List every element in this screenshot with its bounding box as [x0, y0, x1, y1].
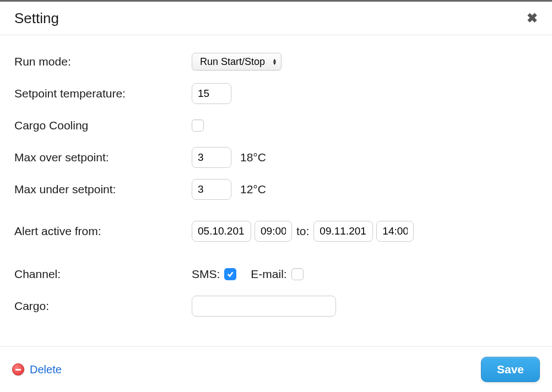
delete-icon — [12, 363, 24, 375]
setpoint-temp-input[interactable] — [192, 83, 231, 104]
max-under-label: Max under setpoint: — [14, 183, 192, 196]
alert-to-date-input[interactable] — [313, 221, 373, 242]
setpoint-temp-label: Setpoint temperature: — [14, 87, 192, 100]
run-mode-row: Run mode: Run Start/Stop ▲▼ — [14, 48, 538, 75]
delete-button[interactable]: Delete — [12, 363, 62, 376]
cargo-label: Cargo: — [14, 300, 192, 313]
settings-modal: Setting ✖ Run mode: Run Start/Stop ▲▼ Se… — [0, 0, 552, 392]
channel-row: Channel: SMS: E-mail: — [14, 261, 538, 287]
max-under-computed: 12°C — [240, 183, 266, 196]
cargo-cooling-checkbox[interactable] — [192, 119, 204, 132]
run-mode-select[interactable]: Run Start/Stop — [192, 53, 282, 70]
cargo-input[interactable] — [192, 296, 336, 317]
alert-active-label: Alert active from: — [14, 225, 192, 238]
run-mode-label: Run mode: — [14, 55, 192, 68]
setpoint-temp-row: Setpoint temperature: — [14, 80, 538, 107]
max-under-row: Max under setpoint: 12°C — [14, 176, 538, 203]
modal-body: Run mode: Run Start/Stop ▲▼ Setpoint tem… — [0, 35, 552, 346]
alert-active-row: Alert active from: to: — [14, 218, 538, 244]
delete-label: Delete — [30, 363, 62, 376]
max-over-input[interactable] — [192, 147, 231, 168]
modal-title: Setting — [14, 10, 59, 27]
save-button[interactable]: Save — [481, 357, 540, 382]
email-checkbox[interactable] — [291, 268, 304, 280]
alert-to-time-input[interactable] — [376, 221, 414, 242]
alert-to-label: to: — [296, 225, 309, 238]
max-over-row: Max over setpoint: 18°C — [14, 144, 538, 171]
max-over-label: Max over setpoint: — [14, 151, 192, 164]
alert-from-time-input[interactable] — [255, 221, 292, 242]
email-label: E-mail: — [251, 268, 286, 281]
sms-label: SMS: — [192, 268, 220, 281]
max-over-computed: 18°C — [240, 151, 266, 164]
cargo-cooling-row: Cargo Cooling — [14, 112, 538, 139]
sms-checkbox[interactable] — [224, 268, 236, 280]
cargo-row: Cargo: — [14, 293, 538, 319]
modal-header: Setting ✖ — [0, 2, 552, 35]
max-under-input[interactable] — [192, 179, 231, 200]
modal-footer: Delete Save — [0, 346, 552, 392]
alert-from-date-input[interactable] — [192, 221, 251, 242]
channel-label: Channel: — [14, 268, 192, 281]
cargo-cooling-label: Cargo Cooling — [14, 119, 192, 132]
close-icon[interactable]: ✖ — [524, 9, 540, 27]
